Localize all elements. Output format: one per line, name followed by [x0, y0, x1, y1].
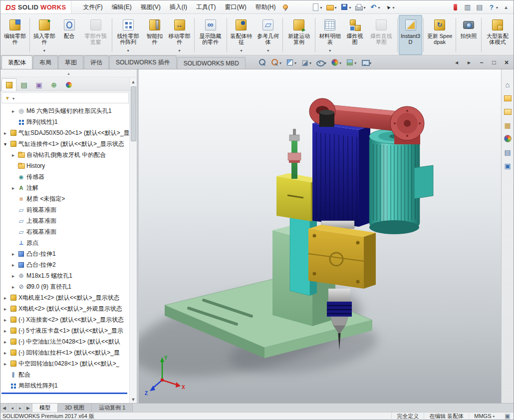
command-tab[interactable]: 装配体 [1, 55, 32, 69]
custom-properties-button[interactable] [503, 147, 513, 157]
new-document-button[interactable] [310, 2, 323, 12]
component-preview-button[interactable]: 零部件预览窗 [81, 15, 111, 55]
home-button[interactable] [503, 79, 513, 90]
instant3d-button[interactable]: Instant3D [399, 15, 422, 55]
exploded-view-button[interactable]: 爆炸视图 [343, 15, 366, 55]
appearances-scenes-button[interactable] [503, 133, 513, 144]
expand-arrow-icon[interactable] [2, 306, 8, 312]
minimize-button[interactable] [476, 58, 488, 67]
tree-item[interactable]: 右视基准面 [0, 226, 129, 237]
filter-dropdown-icon[interactable] [12, 94, 14, 101]
tree-item[interactable]: X电机座1<2> (默认<<默认>_显示状态 [0, 292, 129, 303]
tree-item[interactable]: 气缸SDAJ50X50-20<1> (默认<<默认>_显示状态 [0, 127, 129, 138]
open-button[interactable] [324, 2, 338, 12]
edit-component-button[interactable]: 编辑零部件 [1, 15, 28, 55]
tree-item[interactable]: (-) X连接套<2> (默认<<默认>_显示状态 [0, 314, 129, 325]
tree-item[interactable]: 传感器 [0, 171, 129, 182]
expand-arrow-icon[interactable] [10, 251, 16, 257]
prev-window-button[interactable] [451, 58, 463, 67]
tree-item[interactable]: M18x1.5 螺纹孔1 [0, 270, 129, 281]
solidworks-forum-button[interactable] [503, 160, 513, 171]
expand-arrow-icon[interactable] [2, 317, 8, 323]
first-tab-button[interactable]: ◀ [0, 404, 8, 412]
assembly-features-button[interactable]: 装配体特征 [228, 15, 255, 55]
expand-arrow-icon[interactable] [10, 273, 16, 279]
restore-button[interactable] [488, 58, 500, 67]
scrollbar-thumb[interactable] [131, 86, 136, 141]
menu-item[interactable]: 文件(F) [78, 0, 107, 14]
tree-item[interactable]: 材质 <未指定> [0, 193, 129, 204]
insert-component-button[interactable]: 插入零部件 [31, 15, 58, 55]
pin-menu-button[interactable] [280, 2, 291, 12]
tree-item[interactable]: 配合 [0, 369, 129, 380]
view-settings-button[interactable] [359, 57, 373, 67]
show-hidden-components-button[interactable]: 显示隐藏的零件 [196, 15, 226, 55]
scroll-up-button[interactable]: ▲ [130, 78, 137, 85]
next-tab-button[interactable]: ▸ [16, 404, 24, 412]
take-snapshot-button[interactable]: 拍快照 [457, 15, 480, 55]
close-button[interactable] [501, 58, 513, 67]
apply-scene-button[interactable] [344, 57, 358, 67]
save-button[interactable] [339, 2, 352, 12]
explode-line-sketch-button[interactable]: 爆炸直线草图 [366, 15, 396, 55]
expand-arrow-icon[interactable] [10, 185, 16, 191]
move-component-button[interactable]: 移动零部件 [166, 15, 193, 55]
tree-item[interactable]: (-) 回转油缸拉杆<1> (默认<<默认>_显 [0, 347, 129, 358]
print-button[interactable] [353, 2, 367, 12]
tree-item[interactable]: Ø9.0 (9) 直径孔1 [0, 281, 129, 292]
scroll-down-button[interactable]: ▼ [130, 396, 137, 403]
menu-item[interactable]: 编辑(E) [107, 0, 136, 14]
zoom-fit-button[interactable] [257, 57, 268, 67]
tree-item[interactable]: History [0, 160, 129, 171]
menu-item[interactable]: 工具(T) [192, 0, 220, 14]
rollback-bar[interactable] [1, 393, 127, 394]
panel-collapse-handle[interactable] [60, 69, 78, 77]
linear-component-pattern-button[interactable]: 线性零部件阵列 [113, 15, 143, 55]
tree-item[interactable]: 凸台-拉伸2 [0, 259, 129, 270]
expand-arrow-icon[interactable] [2, 141, 8, 147]
mate-button[interactable]: 配合 [58, 15, 81, 55]
graphics-area[interactable]: Y X Z [139, 69, 501, 403]
tree-item[interactable]: 注解 [0, 182, 129, 193]
tree-item[interactable]: 原点 [0, 237, 129, 248]
sw-resources-button[interactable] [450, 2, 461, 12]
status-bar-icon[interactable] [504, 412, 512, 420]
new-motion-study-button[interactable]: 新建运动算例 [284, 15, 314, 55]
expand-arrow-icon[interactable] [10, 284, 16, 290]
smart-fasteners-button[interactable]: 智能扣件 [143, 15, 166, 55]
reference-geometry-button[interactable]: 参考几何体 [255, 15, 281, 55]
command-tab[interactable]: 草图 [58, 55, 83, 69]
menu-item[interactable]: 视图(V) [136, 0, 165, 14]
panel-tab-configurationmanager[interactable] [31, 78, 46, 91]
command-tab[interactable]: 评估 [84, 55, 109, 69]
expand-arrow-icon[interactable] [10, 152, 16, 158]
tree-item[interactable]: (-) 中空油缸法兰0428<1> (默认<<默认 [0, 336, 129, 347]
large-assembly-mode-button[interactable]: 大型装配体模式 [483, 15, 513, 55]
next-window-button[interactable] [463, 58, 475, 67]
document-tab[interactable]: 模型 [32, 404, 58, 412]
menu-item[interactable]: 窗口(W) [220, 0, 251, 14]
tree-item[interactable]: 上视基准面 [0, 215, 129, 226]
panel-tab-dimxpertmanager[interactable] [46, 78, 61, 91]
assembly-model[interactable] [165, 98, 433, 358]
command-tab[interactable]: 布局 [33, 55, 58, 69]
document-tab[interactable]: 运动算例 1 [92, 404, 133, 412]
assembly-model-canvas[interactable]: Y X Z [139, 69, 501, 403]
panel-tab-propertymanager[interactable] [16, 78, 31, 91]
last-tab-button[interactable]: ▶ [24, 404, 32, 412]
panel-tab-featuremanager[interactable] [1, 78, 16, 91]
update-speedpak-button[interactable]: 更新 Speedpak [425, 15, 455, 55]
design-library-button[interactable] [503, 93, 513, 103]
tree-item[interactable]: M6 六角凹头螺钉的柱形沉头孔1 [0, 105, 129, 116]
display-style-button[interactable] [299, 57, 313, 67]
menu-item[interactable]: 插入(I) [165, 0, 192, 14]
document-tab[interactable]: 3D 视图 [58, 404, 92, 412]
tree-item[interactable]: X电机<2> (默认<<默认>_外观显示状态 [0, 303, 129, 314]
tree-item[interactable]: 局部线性阵列1 [0, 380, 129, 391]
edit-appearance-button[interactable] [329, 57, 343, 67]
expand-arrow-icon[interactable] [2, 361, 8, 367]
view-palette-button[interactable] [503, 120, 513, 130]
help-button[interactable] [486, 2, 500, 12]
tree-item[interactable]: 自动钻孔倒角攻牙机 中的配合 [0, 149, 129, 160]
command-tab[interactable]: SOLIDWORKS 插件 [109, 55, 177, 69]
